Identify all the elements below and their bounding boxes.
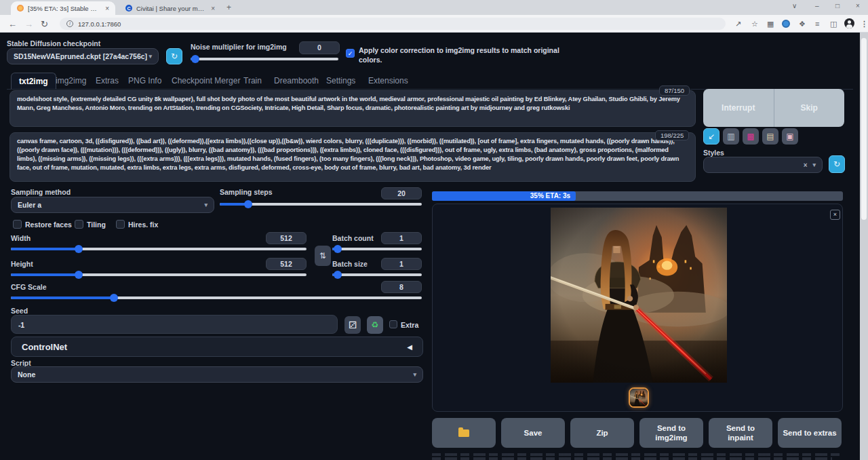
back-icon[interactable]: ←	[8, 18, 17, 31]
seed-label: Seed	[11, 307, 28, 315]
collapse-arrow-icon: ◀	[407, 343, 412, 351]
extra-seed-label: Extra	[401, 321, 418, 329]
tab-dreambooth[interactable]: Dreambooth	[271, 73, 321, 90]
zip-button[interactable]: Zip	[570, 418, 634, 448]
recycle-icon: ♻	[372, 320, 379, 330]
color-correction-checkbox[interactable]: ✓	[346, 49, 355, 58]
generation-info-text	[432, 453, 843, 456]
prompt-input[interactable]: modelshoot style, (extremely detailed CG…	[9, 90, 696, 127]
tab-settings[interactable]: Settings	[323, 73, 358, 90]
sampling-steps-input[interactable]: 20	[381, 187, 422, 199]
tab-extensions[interactable]: Extensions	[366, 73, 411, 90]
window-maximize-button[interactable]: □	[835, 2, 840, 9]
forward-icon[interactable]: →	[24, 18, 33, 31]
batch-count-input[interactable]: 1	[381, 232, 422, 244]
sampling-method-dropdown[interactable]: Euler a ▾	[11, 197, 214, 213]
noise-multiplier-slider[interactable]	[191, 54, 338, 62]
profile-avatar[interactable]	[844, 18, 854, 28]
script-dropdown[interactable]: None ▾	[11, 366, 423, 383]
reuse-seed-button[interactable]: ♻	[367, 316, 383, 334]
window-close-button[interactable]: ×	[856, 2, 860, 9]
cfg-scale-input[interactable]: 8	[381, 281, 422, 293]
send-to-extras-button[interactable]: Send to extras	[778, 418, 842, 448]
batch-size-label: Batch size	[332, 260, 368, 268]
width-slider[interactable]	[11, 244, 307, 252]
styles-dropdown[interactable]: × ▾	[703, 157, 823, 173]
share-icon[interactable]: ↗	[735, 18, 741, 29]
interrupt-button[interactable]: Interrupt	[703, 89, 774, 127]
batch-count-slider[interactable]	[332, 244, 422, 252]
tiling-label: Tiling	[87, 221, 106, 229]
refresh-styles-button[interactable]: ↻	[829, 155, 845, 173]
sampling-method-value: Euler a	[18, 201, 41, 209]
skip-button[interactable]: Skip	[774, 89, 845, 127]
browser-tab-civitai[interactable]: C Civitai | Share your models ×	[119, 1, 221, 15]
clear-styles-icon[interactable]: ×	[804, 161, 808, 169]
height-label: Height	[11, 260, 33, 268]
sampling-steps-slider[interactable]	[220, 199, 422, 208]
tab-extras[interactable]: Extras	[93, 73, 121, 90]
scrollbar-thumb[interactable]	[861, 38, 867, 220]
browser-tab-title: [35% ETA: 3s] Stable Diffusion	[28, 5, 101, 12]
hires-fix-checkbox[interactable]	[116, 220, 125, 229]
noise-multiplier-input[interactable]: 0	[299, 41, 340, 54]
cfg-scale-slider[interactable]	[11, 293, 422, 301]
reload-icon[interactable]: ↻	[41, 18, 48, 31]
extra-seed-checkbox[interactable]	[389, 320, 397, 328]
clipboard-icon: ▤	[766, 132, 774, 141]
extension-blue-icon[interactable]	[782, 20, 790, 28]
negative-prompt-input[interactable]: canvas frame, cartoon, 3d, ((disfigured)…	[9, 132, 696, 182]
side-panel-icon[interactable]: ◫	[830, 18, 837, 29]
site-info-icon[interactable]: i	[66, 20, 73, 27]
browser-tab-stable-diffusion[interactable]: [35% ETA: 3s] Stable Diffusion ×	[11, 1, 115, 15]
gallery-thumbnail[interactable]	[629, 387, 649, 408]
seed-input[interactable]: -1	[11, 315, 338, 334]
gradio-favicon-icon	[17, 5, 24, 12]
open-folder-button[interactable]	[432, 418, 496, 448]
tab-checkpoint-merger[interactable]: Checkpoint Merger	[169, 73, 243, 90]
bookmark-star-icon[interactable]: ☆	[751, 18, 758, 29]
tab-img2img[interactable]: img2img	[53, 73, 89, 90]
reading-list-icon[interactable]: ≡	[815, 18, 819, 29]
extension-grid-icon[interactable]: ▦	[767, 18, 774, 29]
save-button[interactable]: Save	[501, 418, 565, 448]
close-preview-button[interactable]: ×	[830, 210, 840, 220]
refresh-checkpoint-button[interactable]: ↻	[166, 48, 182, 64]
controlnet-accordion[interactable]: ControlNet ◀	[11, 337, 423, 357]
random-seed-button[interactable]: ⚂	[344, 316, 361, 334]
tab-close-icon[interactable]: ×	[105, 5, 109, 12]
folder-icon	[458, 429, 469, 437]
swap-dimensions-button[interactable]: ⇅	[315, 246, 331, 266]
height-input[interactable]: 512	[266, 258, 307, 270]
height-slider[interactable]	[11, 270, 307, 278]
page-scrollbar[interactable]	[860, 33, 868, 460]
tiling-checkbox[interactable]	[75, 220, 83, 229]
tab-search-icon[interactable]: ∨	[792, 2, 797, 9]
clear-prompt-button[interactable]: ▥	[723, 128, 739, 145]
save-style-button[interactable]: ▣	[782, 128, 798, 145]
generation-info-text	[432, 457, 832, 460]
send-to-img2img-button[interactable]: Send to img2img	[639, 418, 703, 448]
restore-faces-checkbox[interactable]	[13, 220, 22, 229]
batch-count-label: Batch count	[332, 234, 374, 242]
batch-size-input[interactable]: 1	[381, 258, 422, 270]
batch-size-slider[interactable]	[332, 270, 422, 278]
checkpoint-dropdown[interactable]: SD15NewVAEpruned.ckpt [27a4ac756c] ▾	[7, 48, 159, 64]
chevron-down-icon: ▾	[812, 161, 816, 168]
send-to-inpaint-button[interactable]: Send to inpaint	[709, 418, 772, 448]
apply-styles-button[interactable]: ▤	[762, 128, 778, 145]
new-tab-button[interactable]: +	[226, 3, 231, 12]
extensions-puzzle-icon[interactable]: ❖	[799, 18, 806, 29]
address-bar[interactable]: i 127.0.0.1:7860	[60, 18, 726, 30]
tab-png-info[interactable]: PNG Info	[125, 73, 164, 90]
extra-networks-button[interactable]: ▩	[743, 128, 759, 145]
paste-params-button[interactable]: ↙	[703, 128, 719, 145]
width-input[interactable]: 512	[266, 232, 307, 244]
tab-train[interactable]: Train	[241, 73, 264, 90]
tab-close-icon[interactable]: ×	[211, 5, 215, 12]
window-minimize-button[interactable]: –	[815, 2, 819, 9]
tab-txt2img[interactable]: txt2img	[11, 73, 56, 90]
generated-image[interactable]	[551, 208, 727, 383]
browser-menu-kebab-icon[interactable]: ⋮	[861, 18, 868, 29]
script-value: None	[18, 370, 35, 379]
